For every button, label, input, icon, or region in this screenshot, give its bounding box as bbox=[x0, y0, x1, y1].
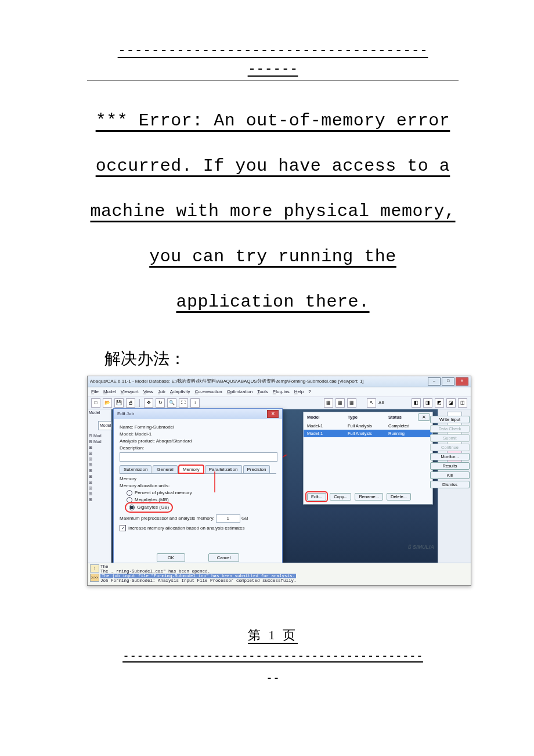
rename-button[interactable]: Rename... bbox=[355, 493, 383, 501]
submit-button[interactable]: Submit bbox=[430, 434, 470, 442]
save-icon[interactable]: 💾 bbox=[114, 398, 124, 408]
model-label: Model: bbox=[120, 431, 134, 437]
dialog-title: Edit Job bbox=[117, 411, 134, 416]
max-label: Maximum preprocessor and analysis memory… bbox=[120, 516, 215, 521]
msg-line: The … rming-Submodel.cae" has been opene… bbox=[100, 569, 468, 574]
model-label: Model bbox=[89, 411, 100, 415]
description-input[interactable] bbox=[120, 452, 277, 462]
edit-job-dialog: Edit Job ✕ Name: Forming-Submodel Model:… bbox=[113, 408, 283, 566]
cell-type: Full Analysis bbox=[348, 423, 388, 429]
menu-optimization[interactable]: Optimization bbox=[227, 389, 252, 394]
minimize-button[interactable]: – bbox=[428, 377, 441, 386]
monitor-button[interactable]: Monitor... bbox=[430, 453, 470, 460]
menu-model[interactable]: Model bbox=[103, 389, 116, 394]
view-icon3[interactable]: ▦ bbox=[347, 398, 356, 408]
increase-checkbox[interactable]: ✓ bbox=[120, 525, 126, 531]
misc-icon2[interactable]: ◨ bbox=[423, 398, 432, 408]
cancel-button[interactable]: Cancel bbox=[208, 553, 239, 562]
toolbar: □ 📂 💾 🖨 ✥ ↻ 🔍 ⛶ ↕ ▦ ▦ ▦ ↖ All ◧ ◨ ◩ ◪ ◫ bbox=[88, 397, 471, 409]
menu-plugins[interactable]: Plug-ins bbox=[273, 389, 290, 394]
tab-general[interactable]: General bbox=[153, 465, 177, 473]
name-label: Name: bbox=[120, 424, 134, 430]
menu-helpcursor[interactable]: ? bbox=[308, 389, 311, 394]
menu-viewport[interactable]: Viewport bbox=[121, 389, 139, 394]
radio-mb[interactable]: Megabytes (MB) bbox=[127, 497, 276, 503]
tree-item[interactable]: ⊞ bbox=[89, 474, 110, 479]
tree-item[interactable]: ⊞ bbox=[89, 486, 110, 491]
menu-coexecution[interactable]: Co-execution bbox=[195, 389, 222, 394]
menu-file[interactable]: File bbox=[91, 389, 99, 394]
write-input-button[interactable]: Write Input bbox=[430, 416, 470, 423]
tree-item[interactable]: ⊟ Mod bbox=[89, 440, 110, 444]
tabs: Submission General Memory Parallelizatio… bbox=[120, 465, 276, 474]
edit-button[interactable]: Edit... bbox=[307, 493, 326, 501]
misc-icon[interactable]: ◧ bbox=[412, 398, 421, 408]
copy-button[interactable]: Copy... bbox=[330, 493, 351, 501]
results-button[interactable]: Results bbox=[430, 462, 470, 470]
radio-percent-label: Percent of physical memory bbox=[135, 490, 192, 495]
dashes-top: ------------------------------------- bbox=[87, 41, 459, 60]
job-row-selected[interactable]: Model-1 Full Analysis Running bbox=[304, 430, 432, 437]
close-button[interactable]: ✕ bbox=[456, 377, 468, 386]
delete-button[interactable]: Delete... bbox=[387, 493, 411, 501]
cell-type: Full Analysis bbox=[348, 431, 388, 436]
menu-adaptivity[interactable]: Adaptivity bbox=[170, 389, 190, 394]
maximize-button[interactable]: □ bbox=[442, 377, 454, 386]
cell-status: Running bbox=[388, 431, 429, 436]
tab-parallelization[interactable]: Parallelization bbox=[205, 465, 242, 473]
continue-button[interactable]: Continue bbox=[430, 444, 470, 451]
tree-item[interactable]: ⊞ bbox=[89, 480, 110, 485]
new-icon[interactable]: □ bbox=[91, 398, 100, 408]
max-memory-input[interactable]: 1 bbox=[216, 514, 240, 523]
msg-toggle-button[interactable]: >>> bbox=[90, 574, 99, 582]
menu-view[interactable]: View bbox=[143, 389, 153, 394]
window-titlebar: Abaqus/CAE 6.11-1 - Model Database: E:\我… bbox=[88, 376, 471, 387]
job-panel-close[interactable]: ✕ bbox=[418, 413, 430, 421]
view-icon2[interactable]: ▦ bbox=[335, 398, 345, 408]
menu-help[interactable]: Help bbox=[294, 389, 304, 394]
tree-item[interactable]: ⊞ bbox=[89, 445, 110, 450]
misc-icon3[interactable]: ◩ bbox=[435, 398, 444, 408]
tree-item[interactable]: ⊞ bbox=[89, 498, 110, 502]
fit-icon[interactable]: ⛶ bbox=[179, 398, 188, 408]
sort-icon[interactable]: ↕ bbox=[190, 398, 200, 408]
dismiss-button[interactable]: Dismiss bbox=[430, 481, 470, 488]
dialog-close-button[interactable]: ✕ bbox=[267, 410, 279, 418]
menu-job[interactable]: Job bbox=[158, 389, 165, 394]
alloc-label: Memory allocation units: bbox=[120, 483, 276, 488]
tree-item[interactable]: ⊞ bbox=[89, 463, 110, 467]
tree-item[interactable]: ⊞ bbox=[89, 492, 110, 496]
rotate-icon[interactable]: ↻ bbox=[156, 398, 165, 408]
window-title: Abaqus/CAE 6.11-1 - Model Database: E:\我… bbox=[90, 378, 428, 384]
open-icon[interactable]: 📂 bbox=[103, 398, 112, 408]
data-check-button[interactable]: Data Check bbox=[430, 425, 470, 433]
kill-button[interactable]: Kill bbox=[430, 471, 470, 479]
selector-icon[interactable]: ↖ bbox=[367, 398, 376, 408]
toolbar-sep bbox=[139, 399, 140, 407]
pan-icon[interactable]: ✥ bbox=[144, 398, 153, 408]
tree-item[interactable]: ⊞ bbox=[89, 457, 110, 462]
print-icon[interactable]: 🖨 bbox=[126, 398, 135, 408]
radio-percent[interactable]: Percent of physical memory bbox=[127, 490, 276, 496]
ok-button[interactable]: OK bbox=[157, 553, 185, 562]
misc-icon5[interactable]: ◫ bbox=[458, 398, 467, 408]
tab-precision[interactable]: Precision bbox=[243, 465, 270, 473]
msg-line: The bbox=[100, 564, 468, 569]
model-tree[interactable]: Model Model ⊟ Mod ⊟ Mod ⊞ ⊞ ⊞ ⊞ ⊞ ⊞ ⊞ ⊞ … bbox=[88, 409, 111, 572]
misc-icon4[interactable]: ◪ bbox=[446, 398, 456, 408]
selector-all: All bbox=[378, 400, 384, 405]
page-number: 第 1 页 bbox=[87, 627, 459, 644]
dashes-bottom2: -- bbox=[87, 671, 459, 685]
msg-line-highlight: The job input file "Forming-Submodel.inp… bbox=[100, 574, 296, 578]
tab-memory[interactable]: Memory bbox=[179, 465, 204, 473]
zoom-icon[interactable]: 🔍 bbox=[167, 398, 176, 408]
job-row[interactable]: Model-1 Full Analysis Completed bbox=[304, 422, 432, 430]
tree-item[interactable]: ⊟ Mod bbox=[89, 434, 110, 438]
view-icon[interactable]: ▦ bbox=[324, 398, 333, 408]
tab-submission[interactable]: Submission bbox=[120, 465, 151, 473]
radio-gb[interactable]: Gigabytes (GB) bbox=[127, 504, 171, 511]
menu-tools[interactable]: Tools bbox=[257, 389, 268, 394]
tree-item[interactable]: ⊞ bbox=[89, 451, 110, 456]
tree-item[interactable]: ⊞ bbox=[89, 469, 110, 473]
msg-warn-icon[interactable]: ! bbox=[90, 564, 99, 573]
